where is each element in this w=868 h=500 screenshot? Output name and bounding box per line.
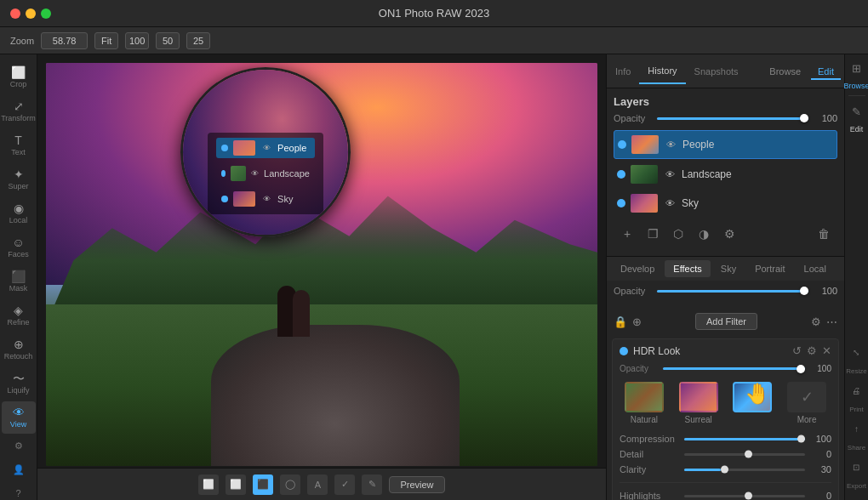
layer-eye-people[interactable]: 👁	[664, 138, 677, 151]
clarity-slider[interactable]	[684, 469, 805, 471]
canvas-tool-4[interactable]: ◯	[280, 474, 300, 495]
layer-name-people: People	[682, 139, 833, 151]
text-icon: T	[14, 134, 22, 146]
share-icon[interactable]: ↑	[846, 418, 866, 439]
detail-label: Detail	[620, 449, 679, 459]
settings-icon[interactable]: ⚙	[9, 435, 29, 456]
layers-opacity-slider[interactable]	[657, 117, 808, 120]
tab-portrait[interactable]: Portrait	[746, 260, 793, 277]
layer-eye-landscape[interactable]: 👁	[663, 168, 677, 181]
add-layer-button[interactable]: +	[617, 224, 637, 244]
tool-retouch[interactable]: ⊕ Retouch	[2, 333, 36, 366]
compression-slider[interactable]	[684, 438, 805, 440]
tool-transform[interactable]: ⤢ Transform	[2, 95, 36, 128]
zoom-100-button[interactable]: 100	[125, 32, 149, 49]
tab-history[interactable]: History	[639, 59, 685, 84]
highlights-label: Highlights	[620, 491, 679, 500]
edit-icon[interactable]: ✎	[847, 101, 867, 122]
canvas-tool-check[interactable]: ✓	[334, 474, 355, 495]
preview-button[interactable]: Preview	[389, 476, 444, 493]
edit-label[interactable]: Edit	[850, 125, 864, 134]
detail-slider[interactable]	[684, 453, 805, 456]
help-icon[interactable]: ?	[9, 483, 29, 500]
add-filter-button[interactable]: Add Filter	[695, 313, 757, 330]
layer-dot-landscape	[617, 170, 625, 179]
layer-item-people[interactable]: 👁 People	[614, 130, 837, 159]
zoom-50-button[interactable]: 50	[156, 32, 180, 49]
tab-effects[interactable]: Effects	[665, 260, 710, 277]
refine-icon: ◈	[14, 304, 23, 316]
close-button[interactable]	[10, 9, 20, 19]
browse-icon[interactable]: ⊞	[847, 58, 867, 78]
tool-faces[interactable]: ☺ Faces	[2, 231, 36, 264]
canvas-tool-text[interactable]: A	[307, 474, 328, 495]
hdr-preset-more[interactable]: ✓ More	[787, 382, 826, 424]
tab-local[interactable]: Local	[796, 260, 835, 277]
tool-refine[interactable]: ◈ Refine	[2, 299, 36, 332]
tool-liquify[interactable]: 〜 Liquify	[2, 367, 36, 400]
effects-opacity-label: Opacity	[614, 286, 652, 296]
user-icon[interactable]: 👤	[9, 459, 29, 480]
settings-layer-button[interactable]: ⚙	[719, 224, 740, 244]
edit-button[interactable]: Edit	[811, 63, 841, 80]
title-bar: ON1 Photo RAW 2023	[0, 0, 868, 27]
hdr-preset-selected[interactable]	[733, 382, 772, 424]
browse-label[interactable]: Browse	[844, 82, 869, 90]
tool-crop[interactable]: ⬜ Crop	[2, 61, 36, 94]
tool-super[interactable]: ✦ Super	[2, 163, 36, 196]
effects-tool-flatten[interactable]: ⊕	[632, 315, 642, 328]
crop-icon: ⬜	[11, 66, 26, 78]
tool-view[interactable]: 👁 View	[2, 401, 36, 434]
layer-eye-sky[interactable]: 👁	[663, 196, 677, 210]
canvas-tool-2[interactable]: ⬜	[226, 474, 246, 495]
filter-close-icon[interactable]: ✕	[822, 344, 831, 357]
filter-opacity-slider[interactable]	[663, 367, 805, 370]
traffic-lights	[10, 9, 51, 19]
tool-mask[interactable]: ⬛ Mask	[2, 265, 36, 298]
zoom-input[interactable]	[41, 32, 88, 49]
tool-local[interactable]: ◉ Local	[2, 197, 36, 230]
photo-container[interactable]: 👁 People 👁 Landscape 👁 Sky	[46, 63, 597, 466]
duplicate-layer-button[interactable]: ❐	[642, 224, 663, 244]
tool-transform-label: Transform	[1, 114, 36, 122]
tab-develop[interactable]: Develop	[612, 260, 663, 277]
minimize-button[interactable]	[26, 9, 36, 19]
print-icon[interactable]: 🖨	[846, 380, 866, 401]
canvas-tool-3[interactable]: ⬛	[253, 474, 273, 495]
effects-tool-settings[interactable]: ⚙	[811, 315, 821, 328]
hdr-preset-surreal[interactable]: Surreal	[679, 382, 718, 424]
far-right-strip: ⊞ Browse ✎ Edit ⤡ Resize 🖨 Print ↑ Share…	[844, 54, 868, 500]
clarity-slider-row: Clarity 30	[613, 462, 838, 477]
tab-sky[interactable]: Sky	[712, 260, 745, 277]
fit-button[interactable]: Fit	[94, 32, 118, 49]
effects-toolbar: 🔒 ⊕ Add Filter ⚙ ⋯	[607, 308, 844, 335]
tab-snapshots[interactable]: Snapshots	[686, 60, 747, 83]
zoom-25-button[interactable]: 25	[186, 32, 210, 49]
fullscreen-button[interactable]	[41, 9, 51, 19]
browse-button[interactable]: Browse	[762, 63, 808, 80]
effects-tool-more[interactable]: ⋯	[826, 315, 837, 328]
effects-tool-lock[interactable]: 🔒	[614, 315, 627, 328]
blend-layer-button[interactable]: ◑	[694, 224, 714, 244]
stamp-layer-button[interactable]: ⬡	[668, 224, 688, 244]
layer-item-landscape[interactable]: 👁 Landscape	[614, 161, 837, 188]
compression-label: Compression	[620, 434, 679, 444]
hdr-preset-natural[interactable]: Natural	[625, 382, 664, 424]
layers-opacity-value: 100	[814, 113, 837, 123]
canvas-tool-edit[interactable]: ✎	[362, 474, 382, 495]
filter-settings-icon[interactable]: ⚙	[807, 344, 817, 357]
detail-value: 0	[810, 449, 831, 459]
effects-opacity-slider[interactable]	[657, 290, 808, 293]
resize-icon[interactable]: ⤡	[846, 342, 866, 362]
tool-text[interactable]: T Text	[2, 129, 36, 162]
layer-item-sky[interactable]: 👁 Sky	[614, 190, 837, 217]
delete-layer-button[interactable]: 🗑	[814, 224, 834, 244]
filter-reset-icon[interactable]: ↺	[792, 344, 802, 357]
highlights-slider[interactable]	[684, 495, 805, 497]
print-label: Print	[849, 406, 863, 413]
canvas-tool-1[interactable]: ⬜	[198, 474, 219, 495]
export-icon[interactable]: ⊡	[846, 457, 866, 477]
layers-opacity-label: Opacity	[614, 113, 652, 123]
layer-dot-sky	[617, 199, 625, 207]
tab-info[interactable]: Info	[607, 60, 639, 83]
